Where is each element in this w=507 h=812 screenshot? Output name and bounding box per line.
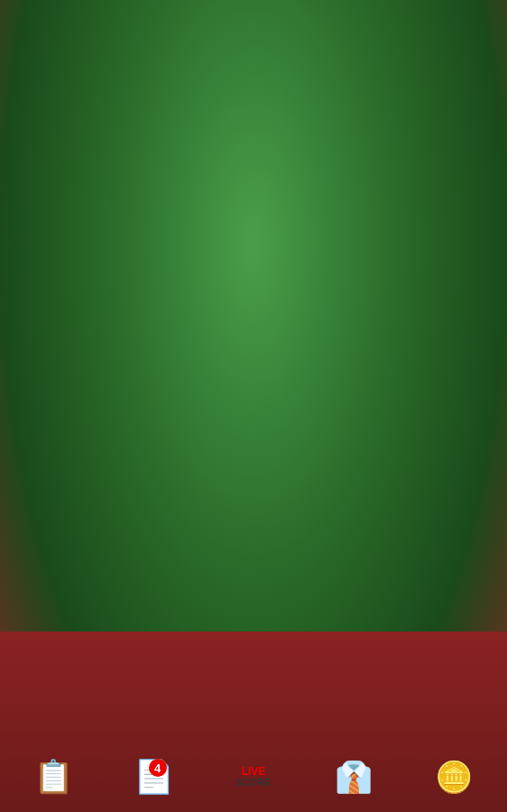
livescore-icon: LIVE SCORE	[235, 766, 271, 788]
bottom-nav: 📋 📄 4 LIVE SCORE 👔 🪙	[0, 740, 507, 812]
coins-nav-icon: 🪙	[435, 761, 473, 792]
nav-betslip-item[interactable]: 📄 4	[113, 748, 194, 806]
news-icon: 📋	[33, 761, 74, 793]
nav-badge: 4	[149, 759, 167, 777]
background	[0, 0, 507, 812]
nav-manager-item[interactable]: 👔	[313, 748, 394, 806]
betslip-icon-wrapper: 📄 4	[134, 761, 174, 793]
nav-coins-item[interactable]: 🪙	[413, 748, 494, 806]
score-text: SCORE	[235, 777, 271, 788]
manager-icon: 👔	[335, 761, 373, 792]
app-container: Bet Slip ⚙ 💰 3550.00 Finished New Active…	[0, 0, 507, 812]
nav-livescore-item[interactable]: LIVE SCORE	[213, 748, 294, 806]
nav-news-item[interactable]: 📋	[13, 748, 94, 806]
live-text: LIVE	[242, 766, 266, 777]
